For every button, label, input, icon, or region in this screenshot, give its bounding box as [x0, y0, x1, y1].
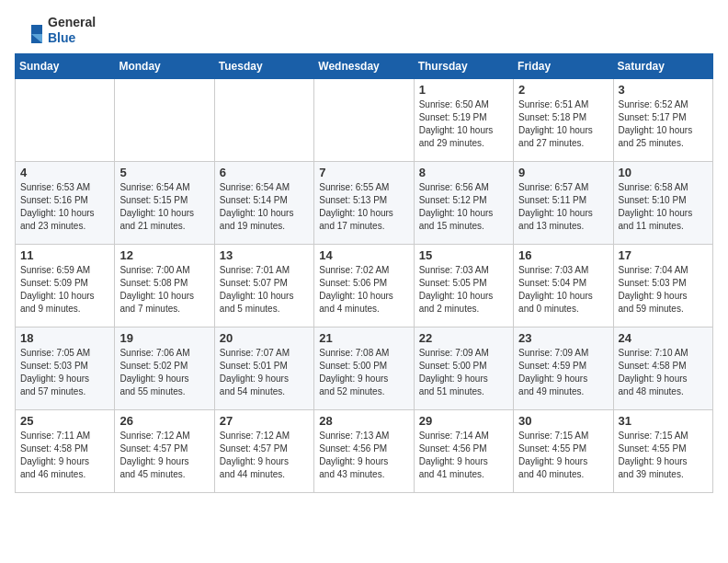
day-number: 27 [220, 414, 309, 428]
day-info: Sunrise: 7:14 AMSunset: 4:56 PMDaylight:… [419, 430, 508, 481]
logo-icon [15, 16, 44, 45]
calendar-cell: 31Sunrise: 7:15 AMSunset: 4:55 PMDayligh… [613, 409, 712, 492]
day-info: Sunrise: 7:04 AMSunset: 5:03 PMDaylight:… [619, 264, 708, 316]
day-number: 28 [319, 414, 408, 428]
calendar-week-row: 4Sunrise: 6:53 AMSunset: 5:16 PMDaylight… [16, 161, 713, 244]
calendar-cell: 27Sunrise: 7:12 AMSunset: 4:57 PMDayligh… [214, 409, 313, 492]
day-info: Sunrise: 7:07 AMSunset: 5:01 PMDaylight:… [220, 347, 309, 398]
day-info: Sunrise: 6:58 AMSunset: 5:10 PMDaylight:… [619, 181, 708, 233]
day-number: 13 [220, 248, 309, 262]
day-info: Sunrise: 7:09 AMSunset: 5:00 PMDaylight:… [419, 347, 508, 398]
day-number: 23 [518, 331, 608, 345]
calendar-cell: 29Sunrise: 7:14 AMSunset: 4:56 PMDayligh… [414, 409, 513, 492]
calendar-cell: 5Sunrise: 6:54 AMSunset: 5:15 PMDaylight… [115, 161, 214, 244]
day-info: Sunrise: 6:51 AMSunset: 5:18 PMDaylight:… [518, 98, 608, 150]
day-info: Sunrise: 7:15 AMSunset: 4:55 PMDaylight:… [518, 430, 608, 481]
day-info: Sunrise: 7:08 AMSunset: 5:00 PMDaylight:… [319, 347, 408, 398]
day-info: Sunrise: 7:09 AMSunset: 4:59 PMDaylight:… [518, 347, 608, 398]
calendar-week-row: 11Sunrise: 6:59 AMSunset: 5:09 PMDayligh… [16, 244, 713, 327]
day-number: 30 [518, 414, 608, 428]
day-header-wednesday: Wednesday [314, 53, 414, 78]
calendar-cell: 6Sunrise: 6:54 AMSunset: 5:14 PMDaylight… [214, 161, 313, 244]
day-header-thursday: Thursday [414, 53, 513, 78]
calendar-cell: 15Sunrise: 7:03 AMSunset: 5:05 PMDayligh… [414, 244, 513, 327]
calendar-table: SundayMondayTuesdayWednesdayThursdayFrid… [15, 53, 713, 493]
logo-general: General [48, 15, 96, 30]
day-info: Sunrise: 6:52 AMSunset: 5:17 PMDaylight:… [619, 98, 708, 150]
day-number: 15 [419, 248, 508, 262]
calendar-cell: 21Sunrise: 7:08 AMSunset: 5:00 PMDayligh… [314, 327, 414, 409]
calendar-cell: 4Sunrise: 6:53 AMSunset: 5:16 PMDaylight… [16, 161, 115, 244]
calendar-cell: 7Sunrise: 6:55 AMSunset: 5:13 PMDaylight… [314, 161, 414, 244]
calendar-cell [16, 78, 115, 161]
day-number: 26 [119, 414, 209, 428]
calendar-cell: 1Sunrise: 6:50 AMSunset: 5:19 PMDaylight… [414, 78, 513, 161]
day-info: Sunrise: 7:06 AMSunset: 5:02 PMDaylight:… [119, 347, 209, 398]
calendar-cell: 28Sunrise: 7:13 AMSunset: 4:56 PMDayligh… [314, 409, 414, 492]
day-number: 8 [419, 166, 508, 179]
day-number: 20 [220, 331, 309, 345]
calendar-cell: 8Sunrise: 6:56 AMSunset: 5:12 PMDaylight… [414, 161, 513, 244]
day-number: 25 [20, 414, 109, 428]
calendar-cell: 12Sunrise: 7:00 AMSunset: 5:08 PMDayligh… [115, 244, 214, 327]
calendar-cell: 17Sunrise: 7:04 AMSunset: 5:03 PMDayligh… [613, 244, 712, 327]
day-info: Sunrise: 7:12 AMSunset: 4:57 PMDaylight:… [220, 430, 309, 481]
calendar-cell: 25Sunrise: 7:11 AMSunset: 4:58 PMDayligh… [16, 409, 115, 492]
day-info: Sunrise: 7:13 AMSunset: 4:56 PMDaylight:… [319, 430, 408, 481]
calendar-week-row: 18Sunrise: 7:05 AMSunset: 5:03 PMDayligh… [16, 327, 713, 409]
calendar-cell: 22Sunrise: 7:09 AMSunset: 5:00 PMDayligh… [414, 327, 513, 409]
day-number: 4 [20, 166, 109, 179]
calendar-cell: 24Sunrise: 7:10 AMSunset: 4:58 PMDayligh… [613, 327, 712, 409]
day-info: Sunrise: 7:10 AMSunset: 4:58 PMDaylight:… [619, 347, 708, 398]
day-info: Sunrise: 7:01 AMSunset: 5:07 PMDaylight:… [220, 264, 309, 316]
calendar-week-row: 1Sunrise: 6:50 AMSunset: 5:19 PMDaylight… [16, 78, 713, 161]
calendar-cell: 11Sunrise: 6:59 AMSunset: 5:09 PMDayligh… [16, 244, 115, 327]
day-info: Sunrise: 6:53 AMSunset: 5:16 PMDaylight:… [20, 181, 109, 233]
calendar-cell: 3Sunrise: 6:52 AMSunset: 5:17 PMDaylight… [613, 78, 712, 161]
day-info: Sunrise: 7:11 AMSunset: 4:58 PMDaylight:… [20, 430, 109, 481]
logo-blue: Blue [48, 30, 96, 46]
calendar-cell: 10Sunrise: 6:58 AMSunset: 5:10 PMDayligh… [613, 161, 712, 244]
day-number: 14 [319, 248, 408, 262]
calendar-header-row: SundayMondayTuesdayWednesdayThursdayFrid… [16, 53, 713, 78]
calendar-cell: 9Sunrise: 6:57 AMSunset: 5:11 PMDaylight… [514, 161, 613, 244]
day-number: 16 [518, 248, 608, 262]
day-number: 17 [619, 248, 708, 262]
calendar-week-row: 25Sunrise: 7:11 AMSunset: 4:58 PMDayligh… [16, 409, 713, 492]
day-number: 2 [518, 83, 608, 97]
day-number: 7 [319, 166, 408, 179]
calendar-cell: 20Sunrise: 7:07 AMSunset: 5:01 PMDayligh… [214, 327, 313, 409]
logo: General Blue [15, 15, 96, 46]
day-number: 12 [119, 248, 209, 262]
day-info: Sunrise: 7:03 AMSunset: 5:04 PMDaylight:… [518, 264, 608, 316]
day-info: Sunrise: 6:56 AMSunset: 5:12 PMDaylight:… [419, 181, 508, 233]
day-info: Sunrise: 7:05 AMSunset: 5:03 PMDaylight:… [20, 347, 109, 398]
day-info: Sunrise: 6:55 AMSunset: 5:13 PMDaylight:… [319, 181, 408, 233]
calendar-cell [214, 78, 313, 161]
day-number: 19 [119, 331, 209, 345]
calendar-cell [115, 78, 214, 161]
day-info: Sunrise: 6:54 AMSunset: 5:15 PMDaylight:… [119, 181, 209, 233]
day-header-sunday: Sunday [16, 53, 115, 78]
calendar-cell: 30Sunrise: 7:15 AMSunset: 4:55 PMDayligh… [514, 409, 613, 492]
calendar-cell: 23Sunrise: 7:09 AMSunset: 4:59 PMDayligh… [514, 327, 613, 409]
day-number: 6 [220, 166, 309, 179]
day-number: 31 [619, 414, 708, 428]
day-header-tuesday: Tuesday [214, 53, 313, 78]
day-info: Sunrise: 6:59 AMSunset: 5:09 PMDaylight:… [20, 264, 109, 316]
day-info: Sunrise: 7:02 AMSunset: 5:06 PMDaylight:… [319, 264, 408, 316]
day-number: 24 [619, 331, 708, 345]
calendar-cell: 19Sunrise: 7:06 AMSunset: 5:02 PMDayligh… [115, 327, 214, 409]
day-number: 22 [419, 331, 508, 345]
calendar-cell: 18Sunrise: 7:05 AMSunset: 5:03 PMDayligh… [16, 327, 115, 409]
calendar-cell: 2Sunrise: 6:51 AMSunset: 5:18 PMDaylight… [514, 78, 613, 161]
day-number: 11 [20, 248, 109, 262]
day-number: 18 [20, 331, 109, 345]
day-info: Sunrise: 7:12 AMSunset: 4:57 PMDaylight:… [119, 430, 209, 481]
day-number: 29 [419, 414, 508, 428]
day-header-friday: Friday [514, 53, 613, 78]
day-number: 1 [419, 83, 508, 97]
day-number: 9 [518, 166, 608, 179]
page-header: General Blue [15, 15, 713, 46]
day-number: 5 [119, 166, 209, 179]
